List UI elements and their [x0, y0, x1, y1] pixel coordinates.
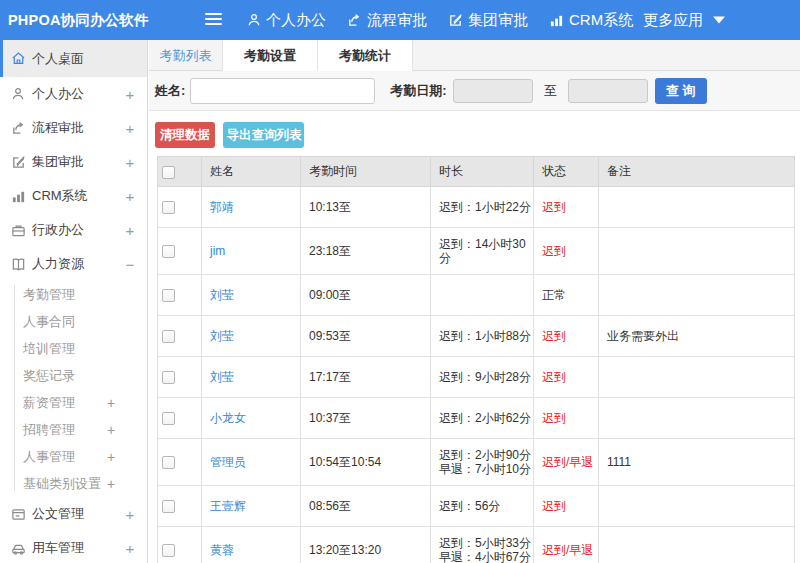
status-text: 迟到	[542, 370, 566, 384]
tab-考勤列表[interactable]: 考勤列表	[149, 40, 222, 71]
row-checkbox[interactable]	[162, 456, 175, 469]
clear-data-button[interactable]: 清理数据	[155, 122, 215, 148]
row-checkbox[interactable]	[162, 245, 175, 258]
sidebar-item-集团审批[interactable]: 集团审批+	[0, 145, 147, 179]
expand-toggle-icon[interactable]: +	[125, 506, 135, 523]
employee-name-link[interactable]: 郭靖	[210, 200, 234, 214]
duration-line: 早退：7小时10分	[439, 462, 529, 476]
attendance-time: 10:37至	[309, 411, 351, 425]
date-from-input[interactable]	[453, 79, 533, 103]
sidebar-subitem-人事合同[interactable]: 人事合同	[0, 308, 147, 335]
row-checkbox[interactable]	[162, 500, 175, 513]
sidebar-item-label: 流程审批	[32, 119, 125, 137]
duration-line: 迟到：56分	[439, 499, 529, 513]
expand-toggle-icon[interactable]: +	[106, 449, 116, 465]
sidebar-subitem-招聘管理[interactable]: 招聘管理+	[0, 416, 147, 443]
doc-icon	[10, 506, 26, 522]
col-header-duration: 时长	[431, 157, 534, 187]
duration-line: 迟到：9小时28分	[439, 370, 529, 384]
attendance-time: 08:56至	[309, 499, 351, 513]
expand-toggle-icon[interactable]: +	[106, 395, 116, 411]
name-input[interactable]	[190, 78, 375, 104]
tab-考勤统计[interactable]: 考勤统计	[317, 40, 413, 71]
expand-toggle-icon[interactable]: −	[125, 256, 135, 273]
sidebar-item-label: 个人办公	[32, 85, 125, 103]
sidebar-item-个人办公[interactable]: 个人办公+	[0, 77, 147, 111]
sidebar-subitem-人事管理[interactable]: 人事管理+	[0, 443, 147, 470]
row-checkbox[interactable]	[162, 201, 175, 214]
export-list-button[interactable]: 导出查询列表	[223, 122, 304, 148]
expand-toggle-icon[interactable]: +	[125, 154, 135, 171]
col-header-time: 考勤时间	[301, 157, 431, 187]
topnav-item-5[interactable]: 更多应用	[643, 11, 725, 30]
topnav-item-1[interactable]: 个人办公	[247, 11, 326, 30]
employee-name-link[interactable]: 刘莹	[210, 329, 234, 343]
expand-toggle-icon[interactable]: +	[125, 86, 135, 103]
status-text: 迟到	[542, 329, 566, 343]
topnav-item-label: 集团审批	[468, 11, 528, 30]
sidebar: 个人桌面个人办公+流程审批+集团审批+CRM系统+行政办公+人力资源−考勤管理人…	[0, 40, 148, 563]
chart-icon	[549, 13, 564, 28]
sidebar-item-CRM系统[interactable]: CRM系统+	[0, 179, 147, 213]
topnav-item-2[interactable]: 流程审批	[347, 11, 427, 30]
date-label: 考勤日期:	[390, 82, 446, 100]
flow-icon	[10, 120, 26, 136]
table-row: 刘莹09:53至迟到：1小时88分迟到业务需要外出	[158, 316, 795, 357]
row-checkbox[interactable]	[162, 412, 175, 425]
duration-line: 迟到：1小时22分	[439, 200, 529, 214]
status-text: 迟到/早退	[542, 543, 593, 557]
employee-name-link[interactable]: 王壹辉	[210, 499, 246, 513]
sidebar-item-个人桌面[interactable]: 个人桌面	[0, 40, 147, 77]
sidebar-item-流程审批[interactable]: 流程审批+	[0, 111, 147, 145]
topnav-item-4[interactable]: CRM系统	[549, 11, 633, 30]
sidebar-subitem-培训管理[interactable]: 培训管理	[0, 335, 147, 362]
employee-name-link[interactable]: jim	[210, 244, 225, 258]
sidebar-subitem-薪资管理[interactable]: 薪资管理+	[0, 389, 147, 416]
sidebar-subitem-label: 奖惩记录	[23, 367, 116, 385]
sidebar-item-label: 人力资源	[32, 255, 125, 273]
flow-icon	[347, 13, 362, 28]
date-to-label: 至	[544, 82, 557, 100]
duration-line: 分	[439, 251, 529, 265]
topnav-item-3[interactable]: 集团审批	[448, 11, 528, 30]
employee-name-link[interactable]: 小龙女	[210, 411, 246, 425]
date-to-input[interactable]	[568, 79, 648, 103]
status-text: 迟到	[542, 499, 566, 513]
search-button[interactable]: 查 询	[655, 78, 707, 104]
expand-toggle-icon[interactable]: +	[125, 120, 135, 137]
attendance-time: 09:53至	[309, 329, 351, 343]
employee-name-link[interactable]: 管理员	[210, 455, 246, 469]
expand-toggle-icon[interactable]: +	[106, 422, 116, 438]
sidebar-item-人力资源[interactable]: 人力资源−	[0, 247, 147, 281]
expand-toggle-icon[interactable]: +	[106, 476, 116, 492]
sidebar-subitem-奖惩记录[interactable]: 奖惩记录	[0, 362, 147, 389]
sidebar-item-用车管理[interactable]: 用车管理+	[0, 531, 147, 563]
expand-toggle-icon[interactable]: +	[125, 188, 135, 205]
select-all-checkbox[interactable]	[162, 166, 175, 179]
status-text: 迟到/早退	[542, 455, 593, 469]
employee-name-link[interactable]: 黄蓉	[210, 543, 234, 557]
note-text: 业务需要外出	[607, 329, 679, 343]
table-body: 郭靖10:13至迟到：1小时22分迟到jim23:18至迟到：14小时30分迟到…	[158, 187, 795, 563]
sidebar-subitem-考勤管理[interactable]: 考勤管理	[0, 281, 147, 308]
expand-toggle-icon[interactable]: +	[125, 540, 135, 557]
sidebar-subitem-基础类别设置[interactable]: 基础类别设置+	[0, 470, 147, 497]
tab-bar: 考勤列表考勤设置考勤统计	[149, 40, 800, 71]
row-checkbox[interactable]	[162, 289, 175, 302]
sidebar-subitem-label: 人事合同	[23, 313, 116, 331]
row-checkbox[interactable]	[162, 544, 175, 557]
expand-toggle-icon[interactable]: +	[125, 222, 135, 239]
sidebar-item-公文管理[interactable]: 公文管理+	[0, 497, 147, 531]
row-checkbox[interactable]	[162, 371, 175, 384]
name-label: 姓名:	[155, 82, 185, 100]
table-row: 刘莹09:00至正常	[158, 275, 795, 316]
employee-name-link[interactable]: 刘莹	[210, 370, 234, 384]
hamburger-menu-icon[interactable]	[205, 13, 222, 27]
sidebar-item-label: 用车管理	[32, 539, 125, 557]
employee-name-link[interactable]: 刘莹	[210, 288, 234, 302]
sidebar-subitem-label: 考勤管理	[23, 286, 116, 304]
tab-考勤设置[interactable]: 考勤设置	[222, 40, 318, 71]
row-checkbox[interactable]	[162, 330, 175, 343]
col-header-note: 备注	[599, 157, 795, 187]
sidebar-item-行政办公[interactable]: 行政办公+	[0, 213, 147, 247]
